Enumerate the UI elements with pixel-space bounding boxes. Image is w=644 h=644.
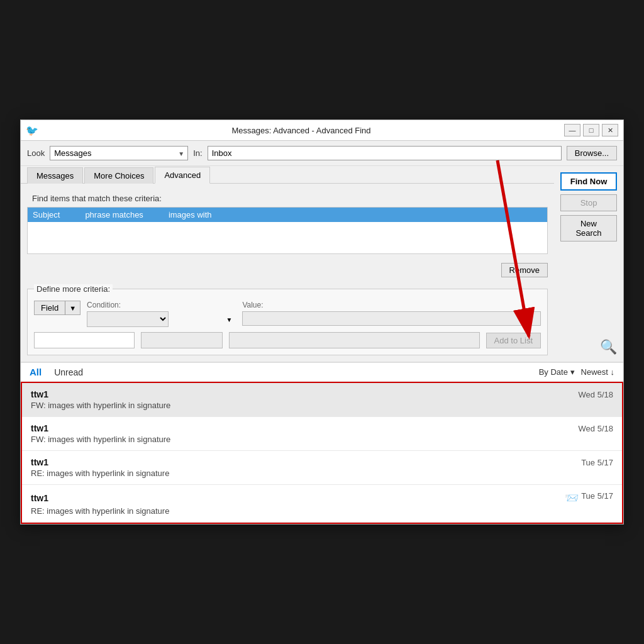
- email-item[interactable]: ttw1 Wed 5/18 FW: images with hyperlink …: [22, 383, 622, 417]
- magnifier-area: 🔍: [560, 245, 617, 355]
- look-select-wrapper[interactable]: Messages ▼: [50, 146, 188, 160]
- filter-all[interactable]: All: [30, 367, 42, 377]
- email-header: ttw1 Wed 5/18: [31, 423, 613, 433]
- tabs-row: Messages More Choices Advanced: [21, 166, 554, 184]
- field-input-box[interactable]: [34, 332, 135, 348]
- filter-right: By Date ▾ Newest ↓: [539, 367, 614, 377]
- condition-select[interactable]: [87, 311, 169, 327]
- maximize-button[interactable]: □: [583, 124, 599, 136]
- email-sender: ttw1: [31, 389, 48, 399]
- email-header: ttw1 Tue 5/17: [31, 457, 613, 467]
- field-dropdown-button[interactable]: ▼: [65, 301, 80, 315]
- value-area: Value:: [242, 301, 541, 326]
- title-bar: 🐦 Messages: Advanced - Advanced Find — □…: [21, 120, 623, 141]
- field-button[interactable]: Field: [34, 301, 65, 315]
- criteria-header: Find items that match these criteria:: [27, 190, 548, 207]
- in-field[interactable]: [208, 146, 562, 160]
- email-date: Tue 5/17: [581, 491, 613, 505]
- window-controls: — □ ✕: [564, 124, 618, 136]
- email-date: Wed 5/18: [579, 390, 613, 399]
- value-input[interactable]: [242, 311, 541, 326]
- email-date: Tue 5/17: [581, 458, 613, 467]
- remove-area: Remove: [27, 260, 548, 280]
- tab-advanced[interactable]: Advanced: [155, 167, 210, 184]
- criteria-col-value: images with: [169, 210, 212, 219]
- minimize-button[interactable]: —: [564, 124, 580, 136]
- email-item[interactable]: ttw1 Wed 5/18 FW: images with hyperlink …: [22, 417, 622, 451]
- criteria-col-subject: Subject: [33, 210, 60, 219]
- email-subject: RE: images with hyperlink in signature: [31, 469, 169, 478]
- email-subject: FW: images with hyperlink in signature: [31, 401, 170, 410]
- bottom-section: All Unread By Date ▾ Newest ↓ ttw1 Wed 5…: [21, 362, 623, 524]
- email-icons: 📨 Tue 5/17: [565, 491, 613, 505]
- stop-button[interactable]: Stop: [560, 194, 617, 211]
- email-header: ttw1 📨 Tue 5/17: [31, 491, 613, 505]
- filter-bar: All Unread By Date ▾ Newest ↓: [21, 363, 623, 382]
- email-item[interactable]: ttw1 📨 Tue 5/17 RE: images with hyperlin…: [22, 485, 622, 523]
- email-sender: ttw1: [31, 423, 48, 433]
- value-label: Value:: [242, 301, 541, 309]
- email-header: ttw1 Wed 5/18: [31, 389, 613, 399]
- define-criteria-section: Define more criteria: Field ▼ Condition:: [27, 289, 548, 355]
- tab-more-choices[interactable]: More Choices: [84, 167, 153, 184]
- newest-button[interactable]: Newest ↓: [581, 367, 614, 377]
- define-row1: Field ▼ Condition: ▼: [34, 301, 541, 327]
- look-label: Look: [27, 148, 45, 158]
- email-subject: RE: images with hyperlink in signature: [31, 506, 169, 516]
- right-panel: Find Now Stop New Search 🔍: [554, 166, 623, 362]
- condition-area: Condition: ▼: [87, 301, 236, 327]
- define-row2: Add to List: [34, 332, 541, 348]
- remove-button[interactable]: Remove: [501, 263, 548, 277]
- criteria-col-phrase: phrase matches: [85, 210, 143, 219]
- condition-label: Condition:: [87, 301, 236, 309]
- new-search-button[interactable]: New Search: [560, 215, 617, 242]
- email-sender: ttw1: [31, 457, 48, 467]
- tab-messages[interactable]: Messages: [27, 167, 83, 184]
- mail-forward-icon: 📨: [565, 491, 579, 505]
- look-select[interactable]: Messages: [50, 146, 188, 160]
- value-input-box: [229, 332, 480, 348]
- app-icon: 🐦: [26, 124, 38, 136]
- by-date-button[interactable]: By Date ▾: [539, 367, 575, 377]
- email-sender: ttw1: [31, 493, 48, 503]
- in-label: In:: [193, 148, 202, 158]
- close-button[interactable]: ✕: [602, 124, 618, 136]
- find-now-button[interactable]: Find Now: [560, 172, 617, 191]
- magnifier-icon: 🔍: [600, 339, 617, 355]
- email-list: ttw1 Wed 5/18 FW: images with hyperlink …: [21, 382, 623, 524]
- email-subject: FW: images with hyperlink in signature: [31, 435, 170, 444]
- email-date: Wed 5/18: [579, 424, 613, 433]
- browse-button[interactable]: Browse...: [567, 146, 617, 160]
- criteria-row-selected[interactable]: Subject phrase matches images with: [28, 208, 547, 222]
- criteria-section: Find items that match these criteria: Su…: [27, 190, 548, 280]
- criteria-list: Subject phrase matches images with: [27, 207, 548, 254]
- window-title: Messages: Advanced - Advanced Find: [43, 126, 559, 135]
- email-item[interactable]: ttw1 Tue 5/17 RE: images with hyperlink …: [22, 451, 622, 485]
- field-btn-group: Field ▼: [34, 301, 80, 315]
- add-to-list-button[interactable]: Add to List: [486, 333, 541, 348]
- condition-input-box: [141, 332, 223, 348]
- define-criteria-title: Define more criteria:: [34, 284, 113, 294]
- filter-unread[interactable]: Unread: [54, 367, 83, 377]
- toolbar: Look Messages ▼ In: Browse...: [21, 141, 623, 166]
